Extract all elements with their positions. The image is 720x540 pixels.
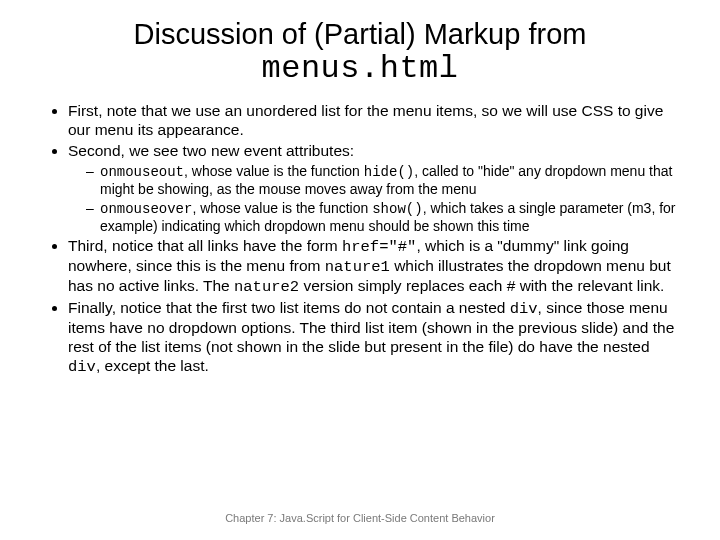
code-div2: div (68, 358, 96, 376)
code-href: href="#" (342, 238, 416, 256)
sub-bullet-list: onmouseout, whose value is the function … (68, 163, 678, 235)
code-nature1: nature1 (325, 258, 390, 276)
bullet-2: Second, we see two new event attributes:… (68, 142, 678, 235)
bullet-4: Finally, notice that the first two list … (68, 299, 678, 377)
bullet-list: First, note that we use an unordered lis… (42, 102, 678, 376)
title-code: menus.html (261, 50, 458, 87)
code-show: show() (372, 201, 422, 217)
bullet-1: First, note that we use an unordered lis… (68, 102, 678, 140)
sub-bullet-2a: onmouseout, whose value is the function … (86, 163, 678, 198)
b4-pre: Finally, notice that the first two list … (68, 299, 510, 316)
slide-title: Discussion of (Partial) Markup from menu… (42, 18, 678, 88)
b3-pre: Third, notice that all links have the fo… (68, 237, 342, 254)
bullet-1-text: First, note that we use an unordered lis… (68, 102, 663, 138)
code-hide: hide() (364, 164, 414, 180)
sub-bullet-2b: onmouseover, whose value is the function… (86, 200, 678, 235)
code-nature2: nature2 (234, 278, 299, 296)
sub-2b-mid: , whose value is the function (192, 200, 372, 216)
b3-rest: version simply replaces each # with the … (299, 277, 664, 294)
bullet-3: Third, notice that all links have the fo… (68, 237, 678, 297)
code-onmouseover: onmouseover (100, 201, 192, 217)
bullet-2-text: Second, we see two new event attributes: (68, 142, 354, 159)
footer-text: Chapter 7: Java.Script for Client-Side C… (0, 512, 720, 524)
title-line-1: Discussion of (Partial) Markup from (134, 18, 587, 50)
b4-rest: , except the last. (96, 357, 209, 374)
code-onmouseout: onmouseout (100, 164, 184, 180)
code-div1: div (510, 300, 538, 318)
sub-2a-mid: , whose value is the function (184, 163, 364, 179)
